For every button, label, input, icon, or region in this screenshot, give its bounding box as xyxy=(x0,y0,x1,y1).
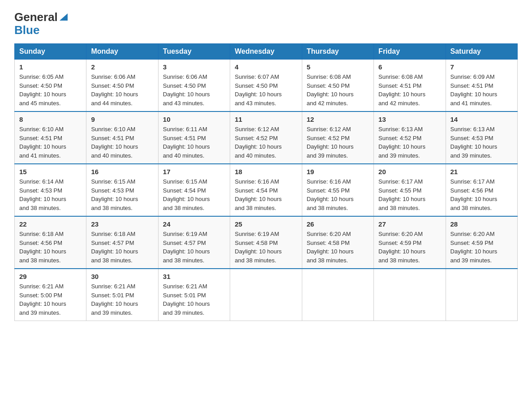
day-number: 23 xyxy=(91,220,153,228)
logo: General Blue xyxy=(14,11,69,36)
calendar-cell: 5 Sunrise: 6:08 AMSunset: 4:50 PMDayligh… xyxy=(302,60,373,112)
calendar-week-row-5: 29 Sunrise: 6:21 AMSunset: 5:00 PMDaylig… xyxy=(15,269,518,321)
calendar-cell: 11 Sunrise: 6:12 AMSunset: 4:52 PMDaylig… xyxy=(230,111,302,164)
day-number: 31 xyxy=(163,273,225,280)
calendar-cell: 16 Sunrise: 6:15 AMSunset: 4:53 PMDaylig… xyxy=(86,164,158,216)
weekday-header-sunday: Sunday xyxy=(15,44,86,60)
calendar-cell: 23 Sunrise: 6:18 AMSunset: 4:57 PMDaylig… xyxy=(86,216,158,269)
calendar-cell: 25 Sunrise: 6:19 AMSunset: 4:58 PMDaylig… xyxy=(230,216,302,269)
calendar-cell: 1 Sunrise: 6:05 AMSunset: 4:50 PMDayligh… xyxy=(15,60,86,112)
day-info: Sunrise: 6:11 AMSunset: 4:51 PMDaylight:… xyxy=(163,125,225,160)
calendar-cell: 22 Sunrise: 6:18 AMSunset: 4:56 PMDaylig… xyxy=(15,216,86,269)
day-info: Sunrise: 6:07 AMSunset: 4:50 PMDaylight:… xyxy=(235,73,297,107)
day-number: 4 xyxy=(235,63,297,71)
day-number: 10 xyxy=(163,116,225,123)
calendar-cell: 28 Sunrise: 6:20 AMSunset: 4:59 PMDaylig… xyxy=(446,216,517,269)
day-info: Sunrise: 6:09 AMSunset: 4:51 PMDaylight:… xyxy=(450,73,513,107)
day-info: Sunrise: 6:06 AMSunset: 4:50 PMDaylight:… xyxy=(91,73,153,107)
day-info: Sunrise: 6:06 AMSunset: 4:50 PMDaylight:… xyxy=(163,73,225,107)
calendar-cell: 9 Sunrise: 6:10 AMSunset: 4:51 PMDayligh… xyxy=(86,111,158,164)
calendar-cell xyxy=(374,269,446,321)
day-number: 26 xyxy=(307,220,369,228)
day-info: Sunrise: 6:08 AMSunset: 4:51 PMDaylight:… xyxy=(378,73,441,107)
day-info: Sunrise: 6:20 AMSunset: 4:59 PMDaylight:… xyxy=(450,230,513,265)
calendar-cell: 27 Sunrise: 6:20 AMSunset: 4:59 PMDaylig… xyxy=(374,216,446,269)
day-number: 3 xyxy=(163,63,225,71)
calendar-week-row-4: 22 Sunrise: 6:18 AMSunset: 4:56 PMDaylig… xyxy=(15,216,518,269)
weekday-header-friday: Friday xyxy=(374,44,446,60)
day-number: 28 xyxy=(450,220,513,228)
calendar-cell: 29 Sunrise: 6:21 AMSunset: 5:00 PMDaylig… xyxy=(15,269,86,321)
weekday-header-wednesday: Wednesday xyxy=(230,44,302,60)
calendar-cell: 2 Sunrise: 6:06 AMSunset: 4:50 PMDayligh… xyxy=(86,60,158,112)
day-info: Sunrise: 6:10 AMSunset: 4:51 PMDaylight:… xyxy=(19,125,82,160)
day-info: Sunrise: 6:19 AMSunset: 4:57 PMDaylight:… xyxy=(163,230,225,265)
calendar-cell xyxy=(230,269,302,321)
day-info: Sunrise: 6:21 AMSunset: 5:00 PMDaylight:… xyxy=(19,282,82,317)
calendar-cell xyxy=(302,269,373,321)
day-number: 5 xyxy=(307,63,369,71)
calendar-cell: 8 Sunrise: 6:10 AMSunset: 4:51 PMDayligh… xyxy=(15,111,86,164)
day-number: 2 xyxy=(91,63,153,71)
day-number: 9 xyxy=(91,116,153,123)
calendar-cell: 19 Sunrise: 6:16 AMSunset: 4:55 PMDaylig… xyxy=(302,164,373,216)
day-number: 16 xyxy=(91,168,153,176)
day-info: Sunrise: 6:15 AMSunset: 4:53 PMDaylight:… xyxy=(91,177,153,212)
day-info: Sunrise: 6:14 AMSunset: 4:53 PMDaylight:… xyxy=(19,177,82,212)
day-number: 15 xyxy=(19,168,82,176)
logo-blue: Blue xyxy=(14,24,39,37)
day-info: Sunrise: 6:16 AMSunset: 4:55 PMDaylight:… xyxy=(307,177,369,212)
day-info: Sunrise: 6:05 AMSunset: 4:50 PMDaylight:… xyxy=(19,73,82,107)
day-number: 11 xyxy=(235,116,297,123)
day-info: Sunrise: 6:19 AMSunset: 4:58 PMDaylight:… xyxy=(235,230,297,265)
day-number: 22 xyxy=(19,220,82,228)
calendar-cell: 13 Sunrise: 6:13 AMSunset: 4:52 PMDaylig… xyxy=(374,111,446,164)
calendar-cell: 15 Sunrise: 6:14 AMSunset: 4:53 PMDaylig… xyxy=(15,164,86,216)
calendar-cell: 3 Sunrise: 6:06 AMSunset: 4:50 PMDayligh… xyxy=(158,60,230,112)
day-number: 20 xyxy=(378,168,441,176)
day-number: 27 xyxy=(378,220,441,228)
day-number: 13 xyxy=(378,116,441,123)
day-info: Sunrise: 6:21 AMSunset: 5:01 PMDaylight:… xyxy=(163,282,225,317)
weekday-header-tuesday: Tuesday xyxy=(158,44,230,60)
day-info: Sunrise: 6:12 AMSunset: 4:52 PMDaylight:… xyxy=(307,125,369,160)
logo-general: General xyxy=(14,11,58,24)
day-info: Sunrise: 6:20 AMSunset: 4:58 PMDaylight:… xyxy=(307,230,369,265)
logo-triangle-icon xyxy=(59,12,69,21)
calendar-week-row-2: 8 Sunrise: 6:10 AMSunset: 4:51 PMDayligh… xyxy=(15,111,518,164)
day-number: 29 xyxy=(19,273,82,280)
calendar-cell: 12 Sunrise: 6:12 AMSunset: 4:52 PMDaylig… xyxy=(302,111,373,164)
day-info: Sunrise: 6:12 AMSunset: 4:52 PMDaylight:… xyxy=(235,125,297,160)
day-info: Sunrise: 6:17 AMSunset: 4:56 PMDaylight:… xyxy=(450,177,513,212)
weekday-header-monday: Monday xyxy=(86,44,158,60)
calendar-cell: 20 Sunrise: 6:17 AMSunset: 4:55 PMDaylig… xyxy=(374,164,446,216)
day-info: Sunrise: 6:10 AMSunset: 4:51 PMDaylight:… xyxy=(91,125,153,160)
calendar-table: SundayMondayTuesdayWednesdayThursdayFrid… xyxy=(14,43,518,321)
calendar-cell: 17 Sunrise: 6:15 AMSunset: 4:54 PMDaylig… xyxy=(158,164,230,216)
calendar-cell: 30 Sunrise: 6:21 AMSunset: 5:01 PMDaylig… xyxy=(86,269,158,321)
day-number: 17 xyxy=(163,168,225,176)
calendar-cell: 7 Sunrise: 6:09 AMSunset: 4:51 PMDayligh… xyxy=(446,60,517,112)
calendar-cell xyxy=(446,269,517,321)
header: General Blue xyxy=(14,11,518,36)
day-number: 25 xyxy=(235,220,297,228)
calendar-week-row-3: 15 Sunrise: 6:14 AMSunset: 4:53 PMDaylig… xyxy=(15,164,518,216)
day-info: Sunrise: 6:21 AMSunset: 5:01 PMDaylight:… xyxy=(91,282,153,317)
calendar-cell: 21 Sunrise: 6:17 AMSunset: 4:56 PMDaylig… xyxy=(446,164,517,216)
day-number: 12 xyxy=(307,116,369,123)
calendar-cell: 31 Sunrise: 6:21 AMSunset: 5:01 PMDaylig… xyxy=(158,269,230,321)
day-info: Sunrise: 6:13 AMSunset: 4:52 PMDaylight:… xyxy=(378,125,441,160)
day-number: 8 xyxy=(19,116,82,123)
calendar-cell: 26 Sunrise: 6:20 AMSunset: 4:58 PMDaylig… xyxy=(302,216,373,269)
day-number: 14 xyxy=(450,116,513,123)
day-number: 30 xyxy=(91,273,153,280)
day-number: 1 xyxy=(19,63,82,71)
weekday-header-row: SundayMondayTuesdayWednesdayThursdayFrid… xyxy=(15,44,518,60)
day-info: Sunrise: 6:18 AMSunset: 4:56 PMDaylight:… xyxy=(19,230,82,265)
calendar-cell: 24 Sunrise: 6:19 AMSunset: 4:57 PMDaylig… xyxy=(158,216,230,269)
weekday-header-saturday: Saturday xyxy=(446,44,517,60)
day-number: 24 xyxy=(163,220,225,228)
calendar-week-row-1: 1 Sunrise: 6:05 AMSunset: 4:50 PMDayligh… xyxy=(15,60,518,112)
day-number: 19 xyxy=(307,168,369,176)
calendar-cell: 4 Sunrise: 6:07 AMSunset: 4:50 PMDayligh… xyxy=(230,60,302,112)
